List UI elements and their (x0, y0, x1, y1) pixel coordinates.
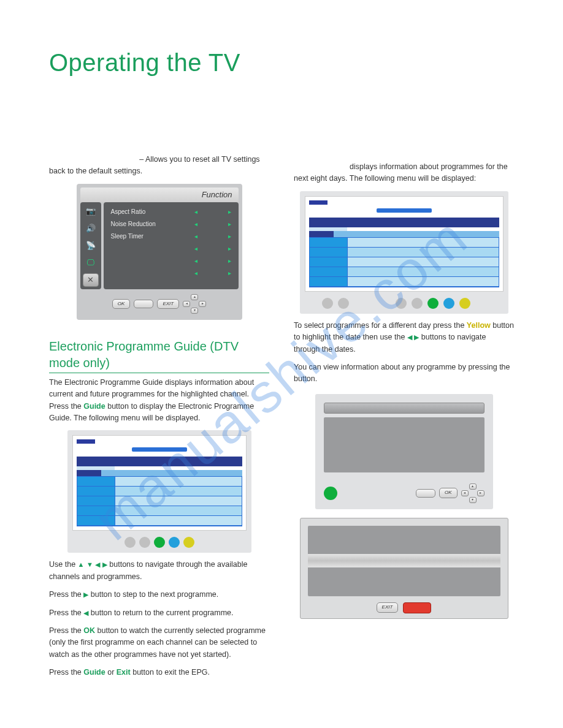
chevron-left-icon[interactable]: ◂ (194, 207, 197, 217)
yellow-paragraph: To select programmes for a different day… (294, 320, 514, 355)
function-menu-title: Function (80, 188, 239, 202)
camera-icon[interactable]: 📷 (83, 205, 99, 218)
exit-remote-button[interactable]: EXIT (377, 602, 399, 612)
blank-remote-button[interactable] (416, 489, 435, 498)
arrow-up-icon: ▲ (78, 561, 85, 568)
prev-prog-paragraph: Press the ◀ button to return to the curr… (49, 607, 269, 619)
function-list: Aspect Ratio ◂ ▸ Noise Reduction ◂ ▸ Sle… (104, 202, 239, 289)
yellow-dot-icon (183, 537, 194, 548)
function-footer: OK EXIT ▴ ◂▸ ▾ (80, 294, 239, 314)
exit-panel-figure: EXIT (300, 518, 508, 619)
right-column: xxxxxxxxxxxxxx displays information abou… (294, 150, 514, 684)
list-item[interactable]: Sleep Timer ◂ ▸ (111, 230, 231, 243)
exit-remote-button[interactable]: EXIT (157, 299, 179, 309)
green-dot-icon (427, 298, 439, 309)
left-column: xxxxxxxxxxxxxxxxxxxxxxx – Allows you to … (49, 150, 269, 684)
function-menu-figure: Function 📷 🔊 📡 🖵 ✕ Aspect Ratio ◂ ▸ (77, 184, 242, 320)
dpad-icon[interactable]: ▴ ◂▸ ▾ (183, 294, 206, 314)
chevron-right-icon[interactable]: ▸ (228, 219, 231, 229)
next-prog-paragraph: Press the ▶ button to step to the next p… (49, 589, 269, 601)
arrow-right-icon: ▶ (414, 333, 419, 341)
satellite-icon[interactable]: 📡 (83, 239, 99, 252)
chevron-left-icon[interactable]: ◂ (194, 219, 197, 229)
chevron-right-icon[interactable]: ▸ (228, 207, 231, 217)
ok-remote-button[interactable]: OK (439, 488, 458, 498)
ok-paragraph: Press the OK button to watch the current… (49, 625, 269, 661)
display-icon[interactable]: 🖵 (83, 256, 99, 270)
red-remote-button[interactable] (403, 602, 431, 613)
arrow-down-icon: ▼ (86, 561, 93, 568)
page-title: Operating the TV (49, 49, 514, 77)
arrow-right-icon: ▶ (83, 591, 88, 598)
exit-paragraph: Press the Guide or Exit button to exit t… (49, 667, 269, 678)
blank-remote-button[interactable] (134, 300, 153, 308)
yellow-dot-icon (459, 298, 470, 309)
grey-dot-icon (396, 298, 407, 309)
chevron-left-icon[interactable]: ◂ (194, 232, 197, 241)
arrow-left-icon: ◀ (407, 333, 412, 341)
epg-figure-2 (300, 191, 508, 314)
grey-dot-icon (124, 537, 136, 548)
dpad-icon[interactable]: ▴ ◂▸ ▾ (461, 483, 484, 503)
info-paragraph: You can view information about any progr… (294, 362, 514, 385)
eight-days-paragraph: xxxxxxxxxxxxxx displays information abou… (294, 161, 514, 185)
arrow-right-icon: ▶ (102, 561, 107, 568)
green-dot-icon (154, 537, 165, 548)
sound-icon[interactable]: 🔊 (83, 222, 99, 235)
list-item[interactable]: Noise Reduction ◂ ▸ (111, 218, 231, 230)
ok-remote-button[interactable]: OK (112, 299, 131, 309)
blue-dot-icon (169, 537, 180, 548)
blue-dot-icon (443, 298, 454, 309)
grey-dot-icon (139, 537, 150, 548)
grey-dot-icon (322, 298, 333, 309)
epg-figure-1 (67, 430, 251, 553)
green-dot-icon (324, 487, 337, 500)
arrow-left-icon: ◀ (83, 609, 88, 616)
grey-dot-icon (412, 298, 423, 309)
function-nav-tabs: 📷 🔊 📡 🖵 ✕ (80, 202, 101, 289)
epg-intro: The Electronic Programme Guide displays … (49, 377, 269, 425)
info-panel-figure: OK ▴ ◂▸ ▾ (315, 394, 493, 509)
grey-dot-icon (338, 298, 349, 309)
reset-paragraph: xxxxxxxxxxxxxxxxxxxxxxx – Allows you to … (49, 154, 269, 178)
navigate-paragraph: Use the ▲ ▼ ◀ ▶ buttons to navigate thro… (49, 559, 269, 583)
list-item[interactable]: Aspect Ratio ◂ ▸ (111, 206, 231, 218)
arrow-left-icon: ◀ (95, 561, 100, 568)
epg-heading: Electronic Programme Guide (DTV mode onl… (49, 338, 269, 373)
tools-icon[interactable]: ✕ (83, 273, 99, 287)
chevron-right-icon[interactable]: ▸ (228, 232, 231, 241)
